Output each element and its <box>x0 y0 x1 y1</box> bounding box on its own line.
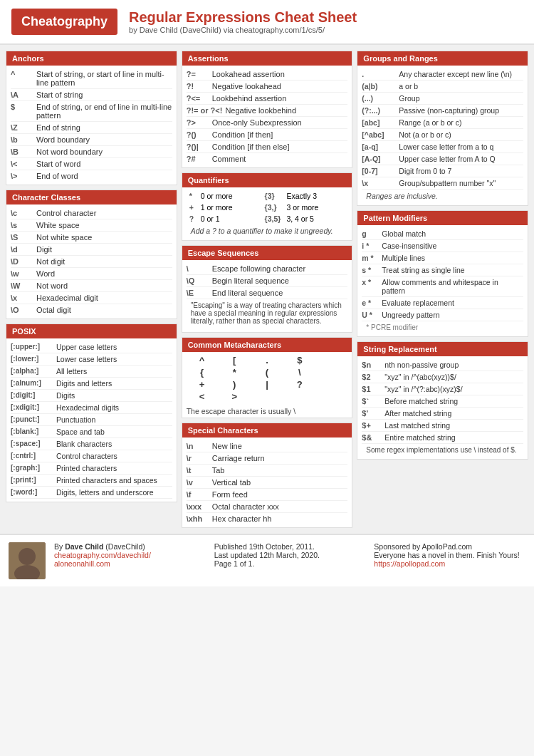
main-content: Anchors ^ Start of string, or start of l… <box>0 45 534 534</box>
cc-key: \D <box>11 257 36 266</box>
table-row: ?()| Condition [if then else] <box>187 141 348 153</box>
anchors-section: Anchors ^ Start of string, or start of l… <box>6 51 177 185</box>
table-row: \b Word boundary <box>11 134 172 146</box>
table-row: * 0 or more {3} Exactly 3 <box>187 190 348 202</box>
cc-key: \S <box>11 233 36 242</box>
table-row: [a-q] Lower case letter from a to q <box>362 141 523 153</box>
pattern-modifiers-note: * PCRE modifier <box>362 321 523 333</box>
special-characters-body: \n New line \r Carriage return \t Tab \v… <box>182 437 352 527</box>
footer-link-1[interactable]: cheatography.com/davechild/ <box>54 551 151 559</box>
sr-key: $` <box>362 397 384 405</box>
anchor-key: ^ <box>11 70 36 78</box>
table-row: ?= Lookahead assertion <box>187 68 348 81</box>
posix-val: Digits, letters and underscore <box>56 488 154 497</box>
footer-sponsor: Sponsored by ApolloPad.com <box>374 542 525 551</box>
posix-key: [:digit:] <box>11 391 56 400</box>
groups-ranges-header: Groups and Ranges <box>357 51 528 66</box>
sr-key: $+ <box>362 421 384 430</box>
table-row: \n New line <box>187 440 348 452</box>
gr-val: Digit from 0 to 7 <box>399 167 451 175</box>
posix-val: Space and tab <box>56 428 105 436</box>
assertions-section: Assertions ?= Lookahead assertion ?! Neg… <box>182 51 353 168</box>
anchor-val: Word boundary <box>36 135 172 144</box>
meta-char <box>251 391 283 402</box>
sr-val: After matched string <box>384 409 451 418</box>
pm-val: Treat string as single line <box>382 266 464 274</box>
table-row: ?> Once-only Subexpression <box>187 117 348 129</box>
sr-val: nth non-passive group <box>384 361 459 369</box>
cc-val: Octal digit <box>36 306 172 314</box>
table-row: e * Evaluate replacement <box>362 297 523 309</box>
footer-link-2[interactable]: aloneonahill.com <box>54 559 110 568</box>
posix-key: [:graph:] <box>11 464 56 472</box>
anchor-key: \A <box>11 90 36 99</box>
sc-val: Vertical tab <box>212 478 348 487</box>
table-row: [:print:] Printed characters and spaces <box>11 475 172 487</box>
gr-key: [^abc] <box>362 130 399 139</box>
meta-char <box>317 367 348 378</box>
table-row: [:upper:] Upper case letters <box>11 341 172 353</box>
assertions-header: Assertions <box>182 51 352 66</box>
pm-val: Global match <box>382 229 426 238</box>
pm-val: Allow comments and whitespace in pattern <box>382 278 523 295</box>
gr-val: a or b <box>399 82 418 90</box>
escape-sequences-note: "Escaping" is a way of treating characte… <box>187 299 348 329</box>
assertion-key: ?= <box>187 70 212 78</box>
posix-val: Control characters <box>56 452 117 460</box>
table-row: \r Carriage return <box>187 452 348 465</box>
table-row: \D Not digit <box>11 256 172 268</box>
table-row: $ End of string, or end of line in multi… <box>11 101 172 122</box>
footer-sponsor-text: Everyone has a novel in them. Finish You… <box>374 551 525 559</box>
assertion-val: Once-only Subexpression <box>212 118 348 127</box>
cc-val: Hexadecimal digit <box>36 294 172 302</box>
posix-key: [:space:] <box>11 440 56 448</box>
esc-val: Escape following character <box>212 264 348 273</box>
cc-val: Digit <box>36 245 172 254</box>
special-characters-section: Special Characters \n New line \r Carria… <box>182 423 353 528</box>
table-row: \Z End of string <box>11 122 172 134</box>
gr-val: Not (a or b or c) <box>399 130 451 139</box>
sc-key: \xxx <box>187 502 212 511</box>
meta-char <box>284 391 315 402</box>
sr-val: Entire matched string <box>384 433 455 442</box>
meta-char: < <box>187 391 218 402</box>
pm-key: i * <box>362 242 382 250</box>
table-row: $2 "xyz" in /^(abc(xyz))$/ <box>362 371 523 383</box>
assertion-val: Negative lookbehind <box>225 106 347 115</box>
meta-char <box>317 391 348 402</box>
anchor-val: Start of word <box>36 160 172 168</box>
meta-char: [ <box>219 355 250 366</box>
table-row: \v Vertical tab <box>187 477 348 489</box>
gr-val: Passive (non-capturing) group <box>399 106 499 115</box>
assertions-body: ?= Lookahead assertion ?! Negative looka… <box>182 66 352 167</box>
sc-key: \r <box>187 454 212 462</box>
anchor-key: \< <box>11 160 36 168</box>
posix-header: POSIX <box>6 324 177 338</box>
meta-char: | <box>251 379 283 390</box>
assertion-val: Condition [if then] <box>212 130 348 139</box>
table-row: [:alpha:] All letters <box>11 366 172 378</box>
table-row: [:cntrl:] Control characters <box>11 450 172 462</box>
table-row: [:digit:] Digits <box>11 390 172 402</box>
groups-ranges-body: . Any character except new line (\n) (a|… <box>357 66 528 205</box>
common-metacharacters-section: Common Metacharacters ^ [ . $ { * ( \ + … <box>182 337 353 418</box>
sr-key: $2 <box>362 373 384 381</box>
esc-val: Begin literal sequence <box>212 276 348 285</box>
metacharacters-note: The escape character is usually \ <box>182 405 352 418</box>
table-row: [:lower:] Lower case letters <box>11 353 172 366</box>
posix-key: [:xdigit:] <box>11 403 56 412</box>
posix-section: POSIX [:upper:] Upper case letters [:low… <box>6 323 177 502</box>
table-row: [:word:] Digits, letters and underscore <box>11 487 172 499</box>
character-classes-section: Character Classes \c Control character \… <box>6 190 177 319</box>
footer-sponsor-link[interactable]: https://apollopad.com <box>374 559 445 568</box>
posix-val: Printed characters <box>56 464 117 472</box>
footer-author: By Dave Child (DaveChild) <box>54 542 206 551</box>
table-row: \< Start of word <box>11 158 172 170</box>
table-row: \ Escape following character <box>187 263 348 275</box>
sc-key: \t <box>187 466 212 475</box>
meta-char: ( <box>251 367 283 378</box>
assertion-val: Lookbehind assertion <box>212 94 348 103</box>
meta-char <box>317 379 348 390</box>
esc-key: \E <box>187 289 212 297</box>
cc-val: Control character <box>36 209 172 217</box>
